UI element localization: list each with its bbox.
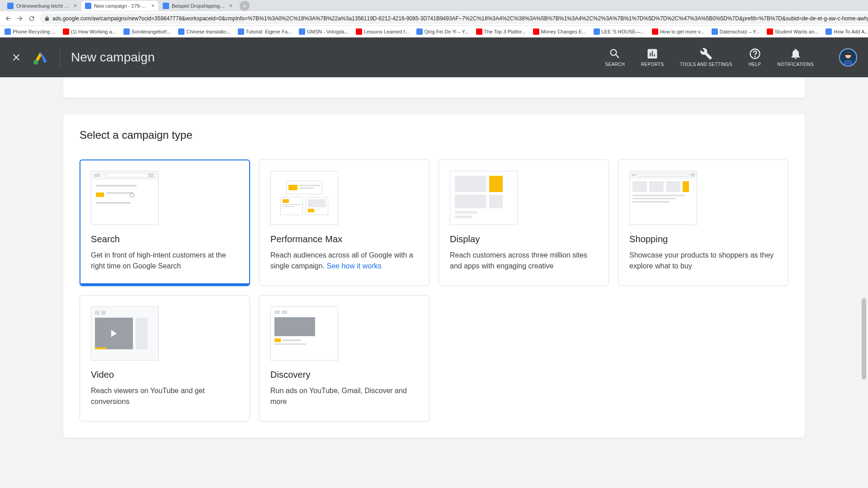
bookmark-icon bbox=[299, 28, 305, 35]
bookmark-icon bbox=[652, 28, 658, 35]
browser-tab[interactable]: Onlinewerbung leicht gemacht × bbox=[4, 1, 80, 11]
tab-title: New campaign - 279-560-186 bbox=[94, 3, 148, 9]
bookmark-label: Sonderangebot!... bbox=[132, 29, 171, 34]
bookmark-label: Lessons Learned f... bbox=[364, 29, 409, 34]
close-button[interactable] bbox=[11, 52, 22, 63]
bookmark-icon bbox=[123, 28, 130, 35]
bookmark-label: Qing Fei De Yi – Y... bbox=[425, 29, 469, 34]
bookmark-item[interactable]: Phone Recycling ... bbox=[5, 28, 56, 35]
bookmark-icon bbox=[63, 28, 69, 35]
bookmark-label: Datenschutz – Y... bbox=[720, 29, 760, 34]
bookmark-label: (1) How Working a... bbox=[71, 29, 116, 34]
bookmark-item[interactable]: Chinese translatio... bbox=[178, 28, 230, 35]
profile-avatar[interactable] bbox=[839, 48, 857, 66]
panel-title: Select a campaign type bbox=[80, 129, 788, 141]
forward-icon[interactable] bbox=[16, 15, 24, 22]
header-divider bbox=[60, 48, 60, 66]
bookmark-label: Student Wants an... bbox=[775, 29, 818, 34]
tab-favicon bbox=[163, 3, 169, 9]
help-icon bbox=[749, 47, 761, 60]
notifications-button[interactable]: NOTIFICATIONS bbox=[778, 47, 814, 67]
card-description: Get in front of high-intent customers at… bbox=[91, 250, 239, 272]
bookmark-label: GMSN - Vologda... bbox=[307, 29, 349, 34]
bookmark-label: Chinese translatio... bbox=[186, 29, 230, 34]
page-content: Select a campaign type Search Get in fr bbox=[0, 77, 868, 438]
bookmark-icon bbox=[416, 28, 423, 35]
lock-icon bbox=[44, 16, 50, 21]
card-description: Reach audiences across all of Google wit… bbox=[270, 250, 418, 272]
tools-settings-button[interactable]: TOOLS AND SETTINGS bbox=[680, 47, 732, 67]
bookmark-icon bbox=[178, 28, 184, 35]
bookmark-item[interactable]: Lessons Learned f... bbox=[356, 28, 409, 35]
wrench-icon bbox=[700, 47, 712, 60]
card-title: Search bbox=[91, 234, 239, 244]
reload-icon[interactable] bbox=[28, 15, 35, 22]
reports-button[interactable]: REPORTS bbox=[641, 47, 664, 67]
bookmark-item[interactable]: Money Changes E... bbox=[533, 28, 586, 35]
close-icon[interactable]: × bbox=[73, 2, 77, 9]
campaign-card-discovery[interactable]: Discovery Run ads on YouTube, Gmail, Dis… bbox=[259, 295, 429, 422]
browser-tab-active[interactable]: New campaign - 279-560-186 × bbox=[81, 1, 158, 11]
bookmark-icon bbox=[5, 28, 11, 35]
close-icon[interactable]: × bbox=[229, 2, 232, 9]
help-button[interactable]: HELP bbox=[749, 47, 761, 67]
google-ads-logo-icon bbox=[33, 49, 49, 66]
bookmark-label: Phone Recycling ... bbox=[13, 29, 56, 34]
bookmark-item[interactable]: Qing Fei De Yi – Y... bbox=[416, 28, 469, 35]
discovery-illustration bbox=[270, 306, 338, 361]
bookmark-icon bbox=[826, 28, 832, 35]
bookmark-item[interactable]: Student Wants an... bbox=[767, 28, 818, 35]
header-action-label: TOOLS AND SETTINGS bbox=[680, 62, 732, 67]
card-title: Display bbox=[450, 234, 598, 244]
campaign-card-search[interactable]: Search Get in front of high-intent custo… bbox=[80, 160, 250, 286]
bookmark-label: How to get more v... bbox=[660, 29, 704, 34]
close-icon[interactable]: × bbox=[151, 2, 155, 9]
url-bar[interactable]: ads.google.com/aw/campaigns/new?ocid=359… bbox=[40, 13, 868, 24]
shopping-illustration bbox=[629, 171, 697, 225]
reports-icon bbox=[646, 47, 659, 60]
bookmark-item[interactable]: (1) How Working a... bbox=[63, 28, 116, 35]
search-button[interactable]: SEARCH bbox=[605, 47, 625, 67]
bookmark-item[interactable]: GMSN - Vologda... bbox=[299, 28, 349, 35]
svg-point-5 bbox=[755, 56, 755, 56]
bookmark-icon bbox=[238, 28, 244, 35]
bookmark-label: Tutorial: Eigene Fa... bbox=[246, 29, 292, 34]
campaign-card-video[interactable]: Video Reach viewers on YouTube and get c… bbox=[80, 295, 250, 422]
bookmark-item[interactable]: How to get more v... bbox=[652, 28, 704, 35]
card-description: Reach customers across three million sit… bbox=[450, 250, 598, 272]
see-how-link[interactable]: See how it works bbox=[327, 262, 382, 270]
card-title: Performance Max bbox=[270, 234, 418, 244]
header-action-label: NOTIFICATIONS bbox=[778, 62, 814, 67]
bookmark-icon bbox=[476, 28, 482, 35]
campaign-card-display[interactable]: Display Reach customers across three mil… bbox=[439, 160, 609, 286]
scrollbar-thumb[interactable] bbox=[862, 298, 866, 380]
header-action-label: HELP bbox=[749, 62, 761, 67]
scrollbar[interactable] bbox=[861, 77, 867, 488]
bookmark-item[interactable]: Datenschutz – Y... bbox=[712, 28, 760, 35]
url-text: ads.google.com/aw/campaigns/new?ocid=359… bbox=[52, 15, 868, 22]
tab-title: Onlinewerbung leicht gemacht bbox=[16, 3, 71, 9]
search-icon bbox=[609, 47, 621, 60]
svg-rect-8 bbox=[845, 53, 851, 55]
svg-point-3 bbox=[33, 60, 38, 65]
campaign-card-performance-max[interactable]: Performance Max Reach audiences across a… bbox=[259, 160, 429, 286]
previous-panel-bottom bbox=[63, 77, 805, 98]
browser-toolbar: ads.google.com/aw/campaigns/new?ocid=359… bbox=[0, 11, 868, 26]
bookmarks-bar: Phone Recycling ... (1) How Working a...… bbox=[0, 26, 868, 38]
campaign-card-shopping[interactable]: Shopping Showcase your products to shopp… bbox=[618, 160, 788, 286]
tab-favicon bbox=[7, 3, 14, 9]
header-action-label: REPORTS bbox=[641, 62, 664, 67]
browser-tab[interactable]: Beispiel Dropshipping Store × bbox=[159, 1, 236, 11]
bookmark-icon bbox=[594, 28, 600, 35]
campaign-type-panel: Select a campaign type Search Get in fr bbox=[63, 114, 805, 438]
bookmark-item[interactable]: How To Add A... bbox=[826, 28, 868, 35]
bookmark-item[interactable]: Tutorial: Eigene Fa... bbox=[238, 28, 292, 35]
browser-tab-strip: Onlinewerbung leicht gemacht × New campa… bbox=[0, 0, 868, 11]
back-icon[interactable] bbox=[5, 15, 12, 22]
bookmark-item[interactable]: LEE 'S HOUSE—... bbox=[594, 28, 645, 35]
tab-title: Beispiel Dropshipping Store bbox=[172, 3, 226, 9]
bookmark-item[interactable]: The Top 3 Platfor... bbox=[476, 28, 526, 35]
search-illustration bbox=[91, 171, 159, 225]
bookmark-item[interactable]: Sonderangebot!... bbox=[123, 28, 171, 35]
new-tab-button[interactable]: + bbox=[240, 1, 250, 11]
